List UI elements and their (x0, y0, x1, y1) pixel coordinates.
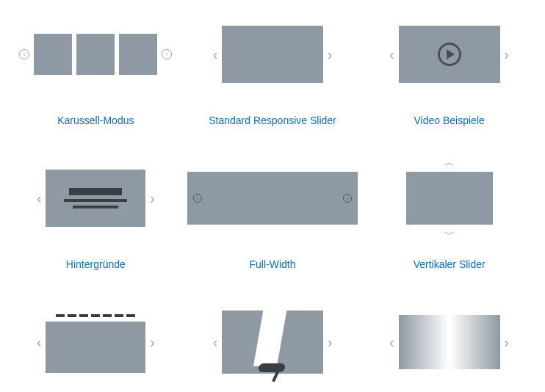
caption-vertical[interactable]: Vertikaler Slider (414, 258, 486, 270)
prev-icon[interactable]: ‹ (32, 335, 46, 349)
video-box (399, 26, 500, 83)
backgrounds-thumb[interactable]: ‹ › (10, 154, 181, 242)
play-icon (438, 43, 461, 66)
next-icon[interactable]: › (162, 49, 172, 59)
prev-icon[interactable]: ‹ (19, 49, 29, 59)
text-bar-icon (73, 206, 118, 208)
demo-cell-video: ‹ › Video Beispiele (361, 7, 538, 151)
next-icon[interactable]: › (145, 335, 159, 349)
prev-icon[interactable]: ‹ (386, 335, 399, 349)
background-box (46, 170, 145, 227)
paint-sheet-icon (253, 308, 287, 366)
next-icon[interactable]: › (145, 191, 159, 206)
next-icon[interactable]: › (500, 47, 513, 62)
standard-thumb[interactable]: ‹ › (187, 10, 358, 98)
fade-boxes (399, 315, 500, 369)
demo-cell-fullwidth: ‹ › Full-Width (184, 151, 361, 295)
caption-backgrounds[interactable]: Hintergründe (66, 258, 126, 270)
demo-cell-effects: ‹ › Slide- & Fade-Effekte (361, 295, 538, 392)
slide-box (46, 322, 145, 373)
slide-box (406, 172, 493, 225)
fade-box-right (452, 315, 500, 369)
karussell-thumb[interactable]: ‹ › (10, 10, 181, 98)
text-bar-icon (64, 199, 127, 202)
skin-box (222, 311, 323, 374)
next-icon[interactable]: › (323, 335, 336, 349)
slide-box (34, 34, 72, 75)
fade-box-left (399, 315, 447, 369)
caption-video[interactable]: Video Beispiele (414, 115, 485, 126)
caption-fullwidth[interactable]: Full-Width (249, 258, 295, 270)
slide-box (76, 34, 115, 75)
slide-box (119, 34, 157, 75)
prev-icon[interactable]: ‹ (32, 191, 46, 206)
caption-karussell[interactable]: Karussell-Modus (57, 115, 134, 126)
vertical-thumb[interactable]: ︿ ﹀ (364, 154, 535, 242)
skins-thumb[interactable]: ‹ › (187, 298, 358, 386)
next-icon[interactable]: › (500, 335, 513, 349)
down-icon[interactable]: ﹀ (444, 229, 455, 239)
fullwidth-thumb[interactable]: ‹ › (187, 154, 358, 242)
karussell-slides (34, 34, 157, 75)
demo-cell-karussell: ‹ › Karussell-Modus (7, 7, 184, 151)
demo-cell-vertical: ︿ ﹀ Vertikaler Slider (361, 151, 538, 295)
next-icon[interactable]: › (343, 194, 352, 203)
prev-icon[interactable]: ‹ (386, 47, 399, 62)
fullwidth-box: ‹ › (187, 172, 358, 225)
demo-cell-backgrounds: ‹ › Hintergründe (7, 151, 184, 295)
next-icon[interactable]: › (323, 47, 336, 62)
demo-cell-directlinks: ‹ › Slider mit Direktlinks (7, 295, 184, 392)
video-thumb[interactable]: ‹ › (364, 10, 535, 98)
demo-grid: ‹ › Karussell-Modus ‹ › Standard Respons… (7, 7, 538, 392)
demo-cell-standard: ‹ › Standard Responsive Slider (184, 7, 361, 151)
prev-icon[interactable]: ‹ (193, 194, 202, 203)
prev-icon[interactable]: ‹ (209, 47, 222, 62)
caption-standard[interactable]: Standard Responsive Slider (209, 115, 336, 126)
slide-box (222, 26, 323, 83)
effects-thumb[interactable]: ‹ › (364, 298, 535, 386)
demo-cell-skins: ‹ › Custom-Skins (184, 295, 361, 392)
up-icon[interactable]: ︿ (444, 157, 455, 167)
directlinks-thumb[interactable]: ‹ › (10, 298, 181, 386)
pagination-dots-icon (56, 314, 135, 317)
paint-roller-icon (258, 363, 286, 372)
text-bar-icon (69, 188, 122, 195)
prev-icon[interactable]: ‹ (209, 335, 222, 349)
